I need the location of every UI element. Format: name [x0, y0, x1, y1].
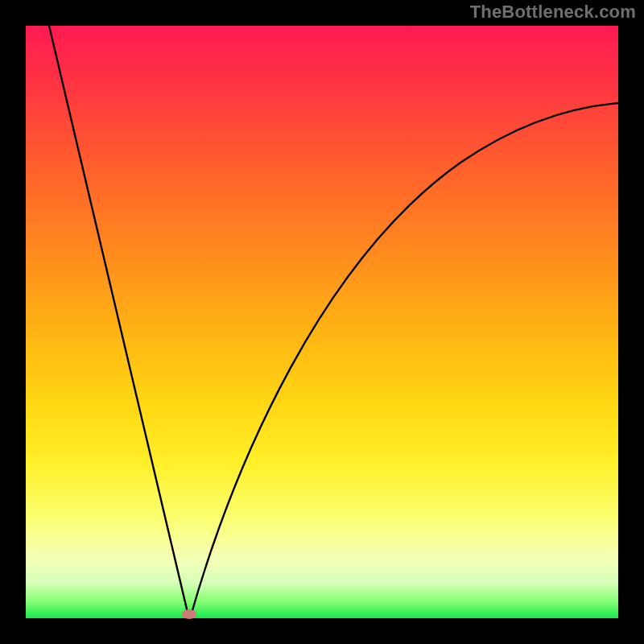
- min-marker: [182, 609, 196, 619]
- watermark-text: TheBottleneck.com: [470, 2, 636, 23]
- plot-area: [26, 26, 618, 618]
- chart-frame: TheBottleneck.com: [0, 0, 644, 644]
- curve-svg: [26, 26, 618, 618]
- bottleneck-curve: [49, 26, 618, 616]
